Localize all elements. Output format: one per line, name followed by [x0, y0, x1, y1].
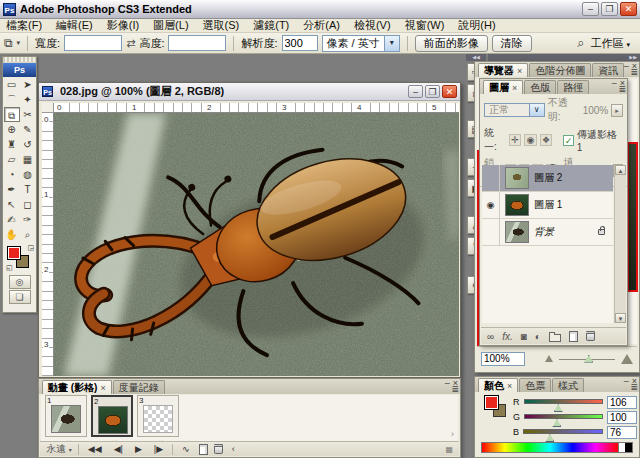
scroll-up-icon[interactable]: ▲ [615, 165, 626, 175]
visibility-toggle[interactable] [482, 165, 500, 191]
front-image-button[interactable]: 前面的影像 [415, 35, 488, 52]
unify-style-icon[interactable]: ❖ [540, 134, 553, 146]
quick-mask-button[interactable]: ◎ [9, 275, 31, 289]
document-canvas[interactable] [54, 113, 459, 376]
layer-name[interactable]: 背景 [534, 225, 598, 239]
width-input[interactable] [64, 35, 122, 51]
tab-close-icon[interactable]: × [507, 381, 512, 391]
menu-help[interactable]: 說明(H) [458, 18, 495, 33]
resolution-unit-select[interactable]: 像素 / 英寸 ▾ [322, 35, 400, 52]
color-spectrum-ramp[interactable] [481, 442, 633, 453]
magic-wand-tool[interactable]: ✦ [20, 92, 36, 107]
adjustment-layer-icon[interactable]: ◐ [535, 331, 541, 342]
brush-tool[interactable]: ✎ [20, 122, 36, 137]
duplicate-frame-icon[interactable] [199, 444, 208, 455]
layer-name[interactable]: 圖層 1 [534, 198, 613, 212]
tab-swatches[interactable]: 色票 [519, 378, 551, 392]
vertical-ruler[interactable]: 0 1 2 3 [42, 113, 54, 376]
foreground-color-swatch[interactable] [484, 395, 499, 410]
dock-collapse[interactable]: ▶▶ [488, 54, 640, 61]
menu-analysis[interactable]: 分析(A) [303, 18, 340, 33]
animation-frame-3[interactable]: 3 [137, 395, 179, 437]
layer-name[interactable]: 圖層 2 [534, 171, 613, 185]
shape-tool[interactable]: ◻ [20, 197, 36, 212]
animation-frame-1[interactable]: 1 [45, 395, 87, 437]
move-tool[interactable]: ➤ [20, 77, 36, 92]
layer-row-1[interactable]: ◉ 圖層 1 [482, 192, 613, 219]
navigator-zoom-slider[interactable] [559, 354, 615, 364]
next-frame-button[interactable]: |▶ [151, 443, 166, 455]
layers-scrollbar[interactable]: ▲ ▼ [614, 165, 626, 323]
green-slider[interactable] [524, 412, 603, 422]
visibility-toggle[interactable]: ◉ [482, 192, 500, 218]
swap-colors-icon[interactable]: ◱ [6, 264, 13, 272]
workspace-menu[interactable]: 工作區 ▾ [590, 36, 630, 51]
link-layers-icon[interactable]: ∞ [487, 331, 494, 342]
menu-layer[interactable]: 圖層(L) [153, 18, 188, 33]
height-input[interactable] [168, 35, 226, 51]
loop-select[interactable]: 永遠 ▾ [46, 442, 72, 456]
delete-frame-icon[interactable] [214, 444, 223, 454]
layer-row-background[interactable]: 背景 [482, 219, 613, 246]
scroll-left-icon[interactable]: ‹ [229, 443, 238, 455]
ruler-origin[interactable] [42, 103, 54, 113]
first-frame-button[interactable]: ◀◀ [85, 443, 105, 455]
new-group-icon[interactable] [549, 334, 561, 342]
tab-layers[interactable]: 圖層× [483, 80, 523, 94]
menu-select[interactable]: 選取(S) [203, 18, 240, 33]
blend-mode-select[interactable]: 正常 ∨ [484, 103, 545, 117]
dodge-tool[interactable]: ◍ [20, 167, 36, 182]
crop-tool-preset-icon[interactable]: ⧉ [4, 36, 13, 50]
layer-row-2[interactable]: 圖層 2 [482, 165, 613, 192]
layer-thumbnail[interactable] [505, 194, 529, 216]
zoom-in-icon[interactable] [621, 354, 633, 364]
play-button[interactable]: ▶ [132, 443, 145, 455]
foreground-color-swatch[interactable] [7, 246, 21, 260]
convert-to-timeline-icon[interactable]: ▦ [445, 445, 453, 454]
path-selection-tool[interactable]: ↖ [4, 197, 20, 212]
menu-edit[interactable]: 編輯(E) [56, 18, 93, 33]
panel-minimize-icon[interactable]: – [624, 376, 629, 386]
tab-measurement-log[interactable]: 度量記錄 [113, 380, 165, 394]
panel-menu-icon[interactable]: ≣ [451, 384, 459, 394]
default-colors-icon[interactable]: ◲ [27, 244, 34, 252]
clone-stamp-tool[interactable]: ♜ [4, 137, 20, 152]
panel-menu-icon[interactable]: ≣ [630, 382, 638, 392]
new-layer-icon[interactable] [569, 331, 578, 342]
doc-maximize-button[interactable]: ❐ [425, 85, 440, 98]
document-titlebar[interactable]: Ps 028.jpg @ 100% (圖層 2, RGB/8) – ❐ ✕ [39, 83, 460, 101]
menu-filter[interactable]: 濾鏡(T) [253, 18, 289, 33]
layer-thumbnail[interactable] [505, 221, 529, 243]
crop-tool[interactable]: ⧉ [4, 107, 20, 122]
panel-menu-icon[interactable]: ≣ [618, 84, 626, 94]
tab-color[interactable]: 顏色× [478, 378, 518, 392]
tab-close-icon[interactable]: × [517, 66, 522, 76]
slice-tool[interactable]: ✂ [20, 107, 36, 122]
type-tool[interactable]: T [20, 182, 36, 197]
navigator-zoom-input[interactable] [481, 352, 525, 366]
panel-minimize-icon[interactable]: – [445, 378, 450, 388]
red-value-input[interactable] [607, 396, 637, 409]
tab-info[interactable]: 資訊 [592, 63, 624, 77]
horizontal-ruler[interactable]: 0 1 2 3 4 5 [42, 103, 459, 113]
menu-file[interactable]: 檔案(F) [6, 18, 42, 33]
clear-button[interactable]: 清除 [492, 35, 532, 52]
eraser-tool[interactable]: ▱ [4, 152, 20, 167]
tool-preset-arrow-icon[interactable]: ▾ [17, 39, 21, 47]
rectangular-marquee-tool[interactable]: ▭ [4, 77, 20, 92]
tab-navigator[interactable]: 導覽器× [478, 63, 528, 77]
dock-strip-collapse[interactable]: ◀◀ [466, 54, 486, 61]
propagate-frame-checkbox[interactable]: ✓ [563, 135, 574, 146]
doc-close-button[interactable]: ✕ [442, 85, 457, 98]
spot-healing-brush-tool[interactable]: ⊕ [4, 122, 20, 137]
tab-close-icon[interactable]: × [100, 383, 105, 393]
delete-layer-icon[interactable] [586, 331, 595, 341]
eyedropper-tool[interactable]: ✑ [20, 212, 36, 227]
lasso-tool[interactable]: ⌒ [4, 92, 20, 107]
panel-minimize-icon[interactable]: – [624, 61, 629, 71]
scroll-right-icon[interactable]: › [451, 429, 454, 439]
zoom-out-icon[interactable] [545, 355, 553, 362]
panel-minimize-icon[interactable]: – [612, 78, 617, 88]
panel-menu-icon[interactable]: ≣ [630, 67, 638, 77]
blue-value-input[interactable] [607, 426, 637, 439]
